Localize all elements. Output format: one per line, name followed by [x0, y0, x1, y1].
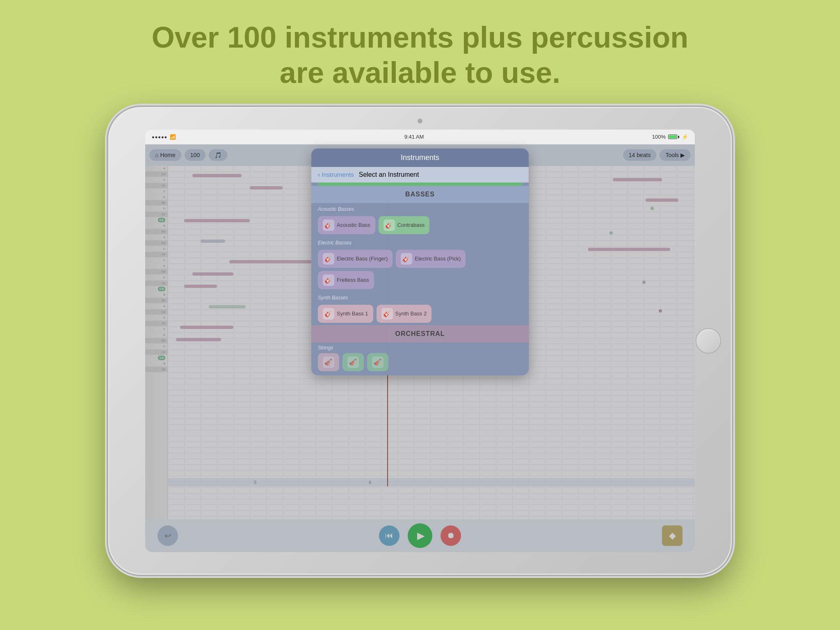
acoustic-bass-label: Acoustic Bass	[337, 222, 370, 228]
basses-section-header: BASSES	[311, 186, 529, 203]
acoustic-bass-icon: 🎸	[323, 219, 334, 231]
string-3-icon: 🎻	[372, 356, 383, 368]
fretless-bass-icon: 🎸	[323, 274, 334, 286]
string-1-icon: 🎻	[323, 356, 334, 368]
signal-dots: ●●●●●	[152, 135, 167, 139]
string-1-button[interactable]: 🎻	[318, 353, 339, 371]
charging-icon: ⚡	[682, 134, 688, 140]
acoustic-basses-label: Acoustic Basses	[311, 203, 529, 214]
battery-icon	[668, 135, 679, 139]
synth-bass-1-icon: 🎸	[323, 308, 334, 320]
ipad-camera	[418, 119, 422, 123]
synth-basses-label: Synth Basses	[311, 292, 529, 302]
string-2-icon: 🎻	[347, 356, 359, 368]
contrabass-button[interactable]: 🎸 Contrabass	[379, 216, 429, 234]
status-time: 9:41 AM	[404, 134, 424, 140]
fretless-bass-button[interactable]: 🎸 Fretless Bass	[318, 271, 374, 289]
electric-bass-pick-label: Electric Bass (Pick)	[415, 256, 461, 262]
page-headline: Over 100 instruments plus percussion are…	[152, 20, 688, 91]
synth-bass-2-button[interactable]: 🎸 Synth Bass 2	[377, 305, 432, 323]
acoustic-bass-button[interactable]: 🎸 Acoustic Bass	[318, 216, 375, 234]
instruments-modal: Instruments ‹ Instruments Select an Inst…	[311, 148, 529, 375]
wifi-icon: 📶	[170, 134, 176, 140]
contrabass-label: Contrabass	[397, 222, 425, 228]
status-bar-right: 100% ⚡	[652, 134, 688, 140]
contrabass-icon: 🎸	[383, 219, 395, 231]
synth-bass-2-icon: 🎸	[381, 308, 393, 320]
headline-line2: are available to use.	[280, 56, 560, 89]
status-bar-left: ●●●●● 📶	[152, 134, 176, 140]
electric-bass-finger-icon: 🎸	[323, 253, 334, 265]
string-2-button[interactable]: 🎻	[342, 353, 364, 371]
modal-header: Instruments	[311, 148, 529, 167]
basses-label: BASSES	[405, 191, 435, 198]
nav-title: Select an Instrument	[359, 171, 419, 178]
synth-bass-1-button[interactable]: 🎸 Synth Bass 1	[318, 305, 373, 323]
electric-bass-pick-icon: 🎸	[401, 253, 412, 265]
synth-bass-2-label: Synth Bass 2	[395, 310, 427, 317]
ipad-screen: ●●●●● 📶 9:41 AM 100% ⚡ ⌂ Home 1	[145, 130, 695, 552]
ipad-frame: ●●●●● 📶 9:41 AM 100% ⚡ ⌂ Home 1	[108, 107, 732, 575]
headline-line1: Over 100 instruments plus percussion	[152, 21, 688, 54]
modal-overlay: Instruments ‹ Instruments Select an Inst…	[145, 144, 695, 552]
electric-bass-pick-button[interactable]: 🎸 Electric Bass (Pick)	[396, 250, 466, 268]
battery-pct: 100%	[652, 134, 666, 140]
ipad-home-button[interactable]	[696, 328, 721, 354]
string-3-button[interactable]: 🎻	[367, 353, 388, 371]
electric-basses-label: Electric Basses	[311, 237, 529, 247]
synth-basses-row: 🎸 Synth Bass 1 🎸 Synth Bass 2	[311, 302, 529, 325]
synth-bass-1-label: Synth Bass 1	[337, 310, 368, 317]
modal-nav: ‹ Instruments Select an Instrument	[311, 167, 529, 183]
orchestral-label: ORCHESTRAL	[395, 330, 445, 337]
modal-title: Instruments	[401, 153, 439, 162]
acoustic-basses-row: 🎸 Acoustic Bass 🎸 Contrabass	[311, 214, 529, 237]
chevron-left-icon: ‹	[318, 171, 320, 178]
electric-basses-row: 🎸 Electric Bass (Finger) 🎸 Electric Bass…	[311, 247, 529, 292]
fretless-bass-label: Fretless Bass	[337, 277, 369, 283]
electric-bass-finger-button[interactable]: 🎸 Electric Bass (Finger)	[318, 250, 393, 268]
orchestral-section-header: ORCHESTRAL	[311, 325, 529, 342]
nav-back-label: Instruments	[322, 171, 354, 178]
strings-row: 🎻 🎻 🎻	[311, 352, 529, 375]
strings-label: Strings	[311, 342, 529, 352]
electric-bass-finger-label: Electric Bass (Finger)	[337, 256, 388, 262]
accent-bar	[318, 183, 522, 186]
nav-back-button[interactable]: ‹ Instruments	[318, 171, 354, 178]
status-bar: ●●●●● 📶 9:41 AM 100% ⚡	[145, 130, 695, 144]
